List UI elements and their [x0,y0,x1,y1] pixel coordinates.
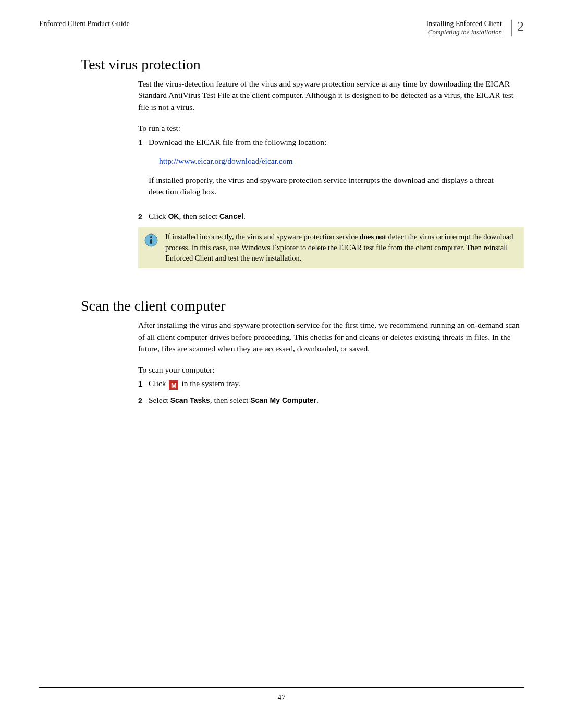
section2-body: After installing the virus and spyware p… [138,319,524,406]
step1-followup: If installed properly, the virus and spy… [149,175,524,198]
cancel-label: Cancel [219,212,243,220]
step-number: 2 [138,394,149,406]
step2-text-b: , then select [210,396,250,404]
info-note: If installed incorrectly, the virus and … [138,227,524,268]
note-bold: does not [360,232,386,241]
tray-shield-icon: M [169,380,178,390]
header-chapter-title: Installing Enforced Client [426,20,502,28]
header-right-text: Installing Enforced Client Completing th… [426,20,507,36]
svg-point-1 [150,236,152,238]
step-number: 2 [138,211,149,222]
document-page: Enforced Client Product Guide Installing… [0,0,563,728]
section-heading-test-virus: Test virus protection [81,56,524,73]
step-body: Click OK, then select Cancel. [149,211,524,222]
header-left: Enforced Client Product Guide [39,20,130,28]
step-body: Select Scan Tasks, then select Scan My C… [149,394,524,406]
section1-step2: 2 Click OK, then select Cancel. [138,211,524,222]
scan-tasks-label: Scan Tasks [170,396,210,404]
step1-text-a: Click [149,379,168,388]
section2-step2: 2 Select Scan Tasks, then select Scan My… [138,394,524,406]
note-text: If installed incorrectly, the virus and … [165,231,519,263]
step-number: 1 [138,378,149,389]
eicar-link-block: http://www.eicar.org/download/eicar.com [159,155,524,167]
content-area: Test virus protection Test the virus-det… [81,56,524,406]
section2-intro: After installing the virus and spyware p… [138,319,524,354]
section2-step1: 1 Click M in the system tray. [138,378,524,389]
scan-my-computer-label: Scan My Computer [250,396,316,404]
page-number: 47 [278,693,286,701]
note-a: If installed incorrectly, the virus and … [165,232,360,241]
step-number: 1 [138,137,149,148]
step2-text-a: Select [149,396,170,404]
step2-text-c: . [243,212,246,220]
svg-rect-2 [150,239,152,244]
ok-label: OK [168,212,179,220]
step-body: Click M in the system tray. [149,378,524,389]
step2-text-c: . [316,396,319,404]
section1-leadin: To run a test: [138,122,524,134]
step1-text: Download the EICAR file from the followi… [149,138,326,146]
tray-icon-letter: M [171,382,177,389]
section1-steps: 1 Download the EICAR file from the follo… [138,137,524,222]
info-icon-wrap [142,231,165,250]
section2-leadin: To scan your computer: [138,364,524,376]
section1-step1: 1 Download the EICAR file from the follo… [138,137,524,205]
info-icon [144,233,158,247]
page-footer: 47 [39,687,524,702]
step-body: Download the EICAR file from the followi… [149,137,524,205]
header-divider [511,20,512,36]
section1-intro: Test the virus-detection feature of the … [138,78,524,113]
step1-text-b: in the system tray. [179,379,240,388]
page-header: Enforced Client Product Guide Installing… [39,20,524,36]
section-heading-scan: Scan the client computer [81,298,524,314]
step2-text-a: Click [149,212,168,220]
header-right: Installing Enforced Client Completing th… [426,20,524,36]
header-section-title: Completing the installation [426,28,502,36]
eicar-link[interactable]: http://www.eicar.org/download/eicar.com [159,156,293,165]
step2-text-b: , then select [179,212,219,220]
section1-body: Test the virus-detection feature of the … [138,78,524,268]
chapter-number: 2 [516,20,524,36]
section2-steps: 1 Click M in the system tray. 2 Select S… [138,378,524,406]
